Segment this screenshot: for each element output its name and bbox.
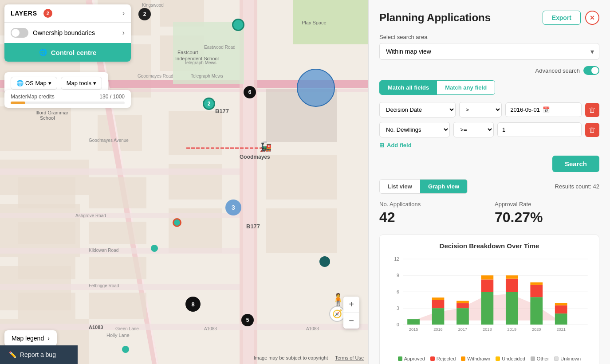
filter1-field-select[interactable]: Decision Date	[379, 102, 456, 117]
svg-text:Holly Lane: Holly Lane	[106, 333, 130, 338]
approved-dot	[398, 356, 402, 361]
filter2-delete-button[interactable]: 🗑	[585, 123, 599, 137]
copyright-text: Image may be subject to copyright	[254, 355, 328, 360]
marker-4[interactable]: 6	[244, 86, 256, 98]
zoom-out-button[interactable]: −	[343, 313, 359, 329]
globe-icon: 🌐	[16, 80, 24, 86]
credits-value: 130 / 1000	[99, 94, 125, 100]
svg-text:2018: 2018	[483, 327, 492, 332]
os-map-chevron-icon: ▾	[48, 80, 51, 86]
svg-rect-86	[457, 301, 469, 303]
marker-2[interactable]	[232, 19, 244, 31]
close-button[interactable]: ×	[585, 11, 599, 25]
stat1-label: No. Applications	[379, 201, 484, 207]
svg-rect-32	[18, 177, 75, 208]
svg-rect-100	[555, 313, 567, 325]
credits-text: MasterMap credits	[11, 94, 55, 100]
svg-rect-81	[432, 300, 445, 308]
rejected-dot	[430, 356, 435, 361]
report-bug-button[interactable]: ✏️ Report a bug	[0, 345, 78, 364]
ownership-row: Ownership boundaries ›	[4, 23, 131, 43]
os-map-label: OS Map	[25, 80, 47, 86]
filter-row-2: No. Dewllings >= 🗑	[379, 122, 599, 137]
stat2-value: 70.27%	[495, 209, 599, 226]
svg-rect-18	[243, 0, 254, 364]
undecided-label: Undecided	[502, 356, 525, 361]
graph-view-tab[interactable]: Graph view	[420, 180, 467, 193]
map-tools-label: Map tools	[67, 80, 91, 86]
marker-11[interactable]: 5	[241, 314, 254, 326]
svg-text:2021: 2021	[556, 327, 566, 332]
add-field-button[interactable]: ⊞ Add field	[379, 142, 412, 149]
rejected-label: Rejected	[437, 356, 456, 361]
svg-text:0: 0	[397, 322, 399, 327]
marker-7[interactable]	[151, 245, 158, 252]
svg-rect-30	[0, 284, 240, 290]
station-icon: 🚂	[260, 141, 272, 153]
chart-container: 12 9 6 3 0 2015 2016 2017	[387, 255, 592, 352]
withdrawn-dot	[461, 356, 465, 361]
search-btn-wrapper: Search	[379, 156, 599, 179]
map-container: Goodmayes Road High Road Goodmayes Avenu…	[0, 0, 368, 364]
plus-icon: ⊞	[379, 142, 384, 149]
filter2-value-input[interactable]	[497, 122, 582, 137]
filter1-operator-select[interactable]: >	[459, 102, 502, 117]
marker-1[interactable]: 2	[138, 8, 151, 20]
svg-text:2015: 2015	[409, 327, 418, 332]
svg-rect-37	[89, 222, 146, 244]
terms-link[interactable]: Terms of Use	[335, 355, 364, 360]
svg-rect-24	[266, 208, 337, 253]
os-map-button[interactable]: 🌐 OS Map ▾	[11, 77, 57, 90]
credits-bar	[11, 102, 125, 104]
bar-chart-svg: 12 9 6 3 0 2015 2016 2017	[387, 255, 592, 337]
list-view-tab[interactable]: List view	[380, 180, 420, 193]
svg-text:Kingswood: Kingswood	[142, 3, 164, 8]
svg-text:School: School	[40, 115, 55, 121]
filter2-operator-select[interactable]: >=	[453, 122, 494, 137]
marker-10[interactable]: 8	[185, 297, 201, 312]
unknown-dot	[554, 356, 559, 361]
marker-5[interactable]: 3	[225, 200, 241, 215]
layers-header[interactable]: LAYERS 2 ›	[4, 4, 131, 22]
add-field-label: Add field	[387, 142, 412, 149]
legend-approved: Approved	[398, 356, 425, 361]
svg-rect-27	[0, 168, 240, 175]
ownership-chevron-icon: ›	[122, 29, 125, 37]
view-tabs: List view Graph view Results count: 42	[379, 179, 599, 194]
svg-rect-39	[89, 293, 146, 319]
svg-rect-89	[481, 279, 494, 292]
layers-header-left: LAYERS 2	[11, 9, 52, 18]
ownership-toggle[interactable]	[11, 28, 28, 38]
calendar-icon: 📅	[543, 106, 550, 113]
marker-12[interactable]	[122, 346, 129, 353]
map-tools-button[interactable]: Map tools ▾	[61, 77, 102, 90]
search-button[interactable]: Search	[552, 156, 599, 172]
filter2-field-select[interactable]: No. Dewllings	[379, 122, 450, 137]
match-any-tab[interactable]: Match any field	[437, 81, 495, 94]
chart-section: Decision Breakdown Over Time 12 9 6 3 0	[379, 235, 599, 364]
export-button[interactable]: Export	[543, 11, 581, 25]
svg-text:12: 12	[394, 257, 399, 262]
advanced-search-toggle[interactable]	[583, 66, 599, 75]
control-centre-button[interactable]: 🌐 Control centre	[4, 43, 131, 62]
undecided-dot	[496, 356, 500, 361]
marker-3[interactable]: 2	[203, 98, 215, 110]
svg-text:B177: B177	[246, 223, 260, 230]
report-bug-label: Report a bug	[20, 351, 56, 358]
map-legend-button[interactable]: Map legend ›	[4, 330, 57, 346]
stat-applications: No. Applications 42	[379, 201, 484, 226]
marker-8[interactable]	[319, 256, 330, 267]
svg-rect-38	[89, 257, 146, 279]
zoom-in-button[interactable]: +	[343, 297, 359, 313]
search-area-select[interactable]: Within map view	[379, 43, 599, 60]
svg-text:Play Space: Play Space	[302, 20, 327, 25]
chart-title: Decision Breakdown Over Time	[387, 242, 592, 250]
match-all-tab[interactable]: Match all fields	[380, 81, 437, 94]
svg-text:A1083: A1083	[89, 325, 103, 330]
filter1-delete-button[interactable]: 🗑	[585, 103, 599, 117]
right-panel: Planning Applications Export × Select se…	[368, 0, 610, 364]
svg-text:9: 9	[397, 273, 399, 278]
svg-rect-96	[530, 297, 543, 325]
svg-text:Kildowan Road: Kildowan Road	[89, 248, 118, 253]
marker-6[interactable]	[173, 218, 181, 227]
